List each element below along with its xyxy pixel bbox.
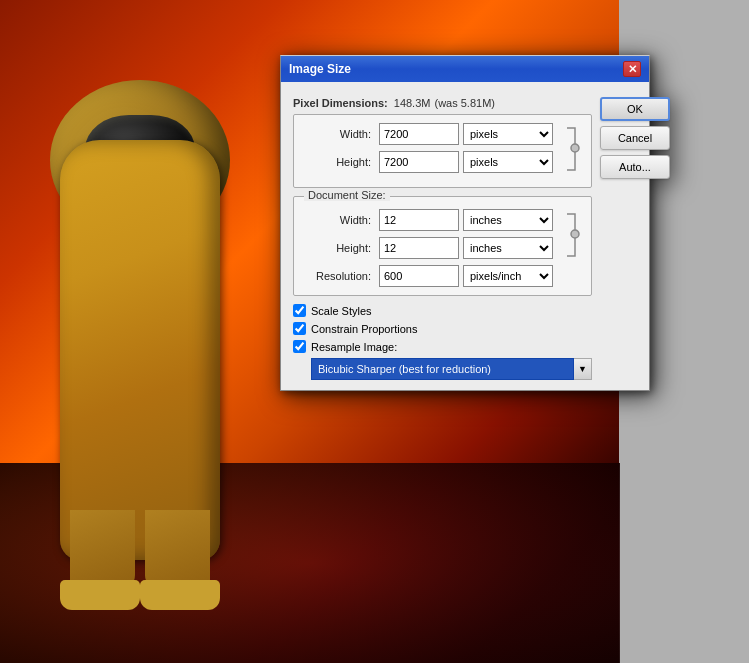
ok-button[interactable]: OK — [600, 97, 670, 121]
constrain-proportions-label: Constrain Proportions — [311, 323, 417, 335]
doc-height-label: Height: — [304, 242, 379, 254]
resample-method-dropdown-arrow[interactable]: ▼ — [574, 358, 592, 380]
document-size-section: Document Size: Width: inches cm mm — [293, 196, 592, 296]
pixel-size-current: 148.3M — [394, 97, 431, 109]
pixel-height-input[interactable] — [379, 151, 459, 173]
dialog-left-panel: Pixel Dimensions: 148.3M (was 5.81M) Wid… — [293, 92, 592, 380]
astronaut-left-leg — [70, 510, 135, 590]
image-size-dialog: Image Size ✕ Pixel Dimensions: 148.3M (w… — [280, 55, 650, 391]
astronaut-body — [60, 140, 220, 560]
pixel-width-unit-select[interactable]: pixels percent — [463, 123, 553, 145]
pixel-dimensions-section: Pixel Dimensions: 148.3M (was 5.81M) Wid… — [293, 92, 592, 188]
resample-method-row: Bicubic Sharper (best for reduction) ▼ — [311, 358, 592, 380]
resolution-row: Resolution: pixels/inch pixels/cm — [304, 265, 553, 287]
resample-image-checkbox[interactable] — [293, 340, 306, 353]
pixel-height-row: Height: pixels percent — [304, 151, 553, 173]
dialog-content: Pixel Dimensions: 148.3M (was 5.81M) Wid… — [281, 82, 649, 390]
resample-image-row: Resample Image: — [293, 340, 592, 353]
pixel-dimensions-box: Width: pixels percent Height: — [293, 114, 592, 188]
pixel-dimensions-header: Pixel Dimensions: 148.3M (was 5.81M) — [293, 92, 592, 114]
dialog-right-panel: OK Cancel Auto... — [592, 92, 670, 380]
resolution-input[interactable] — [379, 265, 459, 287]
pixel-size-original: (was 5.81M) — [434, 97, 495, 109]
doc-height-row: Height: inches cm mm points picas percen… — [304, 237, 553, 259]
astronaut-figure — [30, 80, 250, 600]
close-button[interactable]: ✕ — [623, 61, 641, 77]
document-size-label: Document Size: — [304, 189, 390, 201]
auto-button[interactable]: Auto... — [600, 155, 670, 179]
doc-bracket-svg — [565, 212, 581, 258]
doc-height-input[interactable] — [379, 237, 459, 259]
pixel-link-bracket — [565, 126, 581, 172]
doc-width-row: Width: inches cm mm points picas percent — [304, 209, 553, 231]
cancel-button[interactable]: Cancel — [600, 126, 670, 150]
astronaut-right-boot — [140, 580, 220, 610]
doc-link-bracket — [565, 212, 581, 258]
svg-point-0 — [571, 144, 579, 152]
astronaut-left-boot — [60, 580, 140, 610]
resample-image-label: Resample Image: — [311, 341, 397, 353]
doc-width-input[interactable] — [379, 209, 459, 231]
dialog-main-area: Pixel Dimensions: 148.3M (was 5.81M) Wid… — [293, 92, 637, 380]
pixel-width-input[interactable] — [379, 123, 459, 145]
constrain-proportions-row: Constrain Proportions — [293, 322, 592, 335]
scale-styles-row: Scale Styles — [293, 304, 592, 317]
doc-height-unit-select[interactable]: inches cm mm points picas percent — [463, 237, 553, 259]
doc-width-unit-select[interactable]: inches cm mm points picas percent — [463, 209, 553, 231]
svg-point-1 — [571, 230, 579, 238]
dialog-titlebar: Image Size ✕ — [281, 56, 649, 82]
resolution-unit-select[interactable]: pixels/inch pixels/cm — [463, 265, 553, 287]
pixel-bracket-svg — [565, 126, 581, 172]
pixel-height-unit-select[interactable]: pixels percent — [463, 151, 553, 173]
astronaut-right-leg — [145, 510, 210, 590]
dialog-title: Image Size — [289, 62, 351, 76]
constrain-proportions-checkbox[interactable] — [293, 322, 306, 335]
resolution-label: Resolution: — [304, 270, 379, 282]
pixel-fields-wrapper: Width: pixels percent Height: — [304, 123, 581, 173]
pixel-width-label: Width: — [304, 128, 379, 140]
resample-method-display[interactable]: Bicubic Sharper (best for reduction) — [311, 358, 574, 380]
doc-width-label: Width: — [304, 214, 379, 226]
pixel-height-label: Height: — [304, 156, 379, 168]
scale-styles-label: Scale Styles — [311, 305, 372, 317]
scale-styles-checkbox[interactable] — [293, 304, 306, 317]
doc-fields-wrapper: Width: inches cm mm points picas percent — [304, 209, 581, 287]
pixel-width-row: Width: pixels percent — [304, 123, 553, 145]
pixel-dimensions-label: Pixel Dimensions: — [293, 97, 388, 109]
